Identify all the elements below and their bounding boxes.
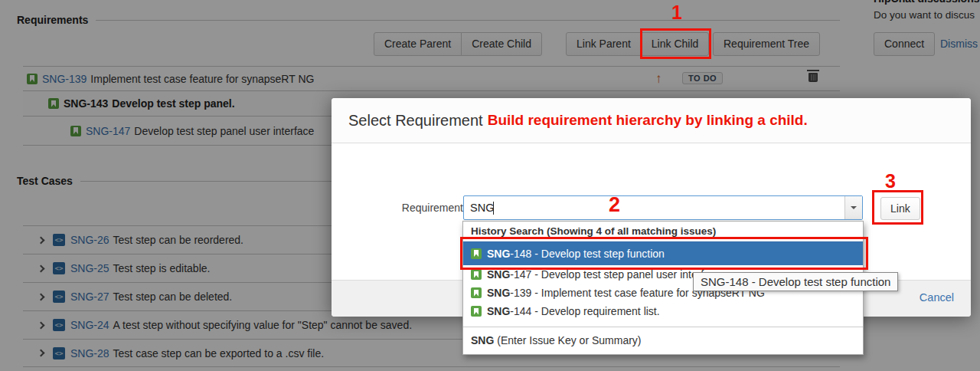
annotation-step-1: 1 [671, 2, 682, 24]
dialog-title: Select Requirement [348, 112, 483, 130]
footer-query-text: SNG [471, 334, 494, 346]
suggestion-key: SNG [487, 268, 510, 281]
dialog-annotation-text: Build requirement hierarchy by linking a… [488, 112, 808, 129]
requirement-story-icon [471, 306, 482, 317]
cancel-link[interactable]: Cancel [920, 291, 954, 304]
page: Requirements Create Parent Create Child … [0, 0, 980, 371]
suggestion-tooltip: SNG-148 - Develop test step function [693, 272, 898, 291]
suggestion-key: SNG [487, 287, 510, 299]
dialog-header: Select Requirement Build requirement hie… [332, 98, 971, 143]
requirement-field-label: Requirement [364, 202, 463, 214]
suggestion-item[interactable]: SNG-144 - Develop requirement list. [463, 302, 863, 320]
annotation-step-3: 3 [885, 170, 896, 192]
requirement-story-icon [471, 287, 482, 298]
bookmark-glyph [474, 308, 479, 315]
requirement-input[interactable] [464, 196, 843, 219]
suggestion-summary: -147 - Develop test step panel user inte… [510, 268, 721, 281]
text-caret [493, 202, 494, 215]
annotation-box-selected-item [460, 237, 868, 270]
suggestion-key: SNG [487, 305, 510, 317]
annotation-box-link-button [872, 190, 923, 225]
requirement-combobox [463, 195, 863, 220]
bookmark-glyph [474, 290, 479, 297]
combobox-dropdown-arrow[interactable] [844, 196, 862, 219]
suggestion-summary: -144 - Develop requirement list. [510, 305, 659, 317]
annotation-step-2: 2 [609, 193, 620, 217]
requirement-story-icon [471, 269, 482, 280]
footer-hint-text: (Enter Issue Key or Summary) [494, 334, 641, 346]
suggestions-footer[interactable]: SNG (Enter Issue Key or Summary) [463, 327, 863, 350]
annotation-box-link-child [640, 28, 711, 59]
bookmark-glyph [474, 271, 479, 278]
